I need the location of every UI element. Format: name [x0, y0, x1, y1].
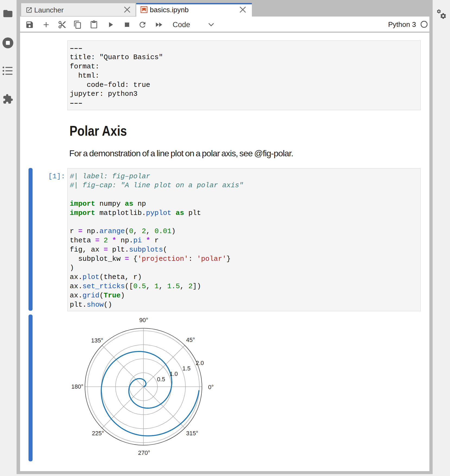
svg-text:0.5: 0.5: [157, 376, 165, 383]
svg-text:315°: 315°: [186, 430, 198, 437]
svg-text:225°: 225°: [92, 430, 104, 437]
svg-text:0°: 0°: [208, 384, 214, 391]
svg-text:90°: 90°: [139, 317, 148, 323]
svg-text:135°: 135°: [91, 337, 103, 344]
svg-text:1.5: 1.5: [182, 365, 191, 372]
svg-text:1.0: 1.0: [170, 371, 178, 377]
svg-text:270°: 270°: [138, 450, 150, 456]
svg-text:180°: 180°: [71, 383, 83, 390]
svg-text:2.0: 2.0: [196, 360, 204, 366]
svg-text:45°: 45°: [186, 337, 195, 343]
